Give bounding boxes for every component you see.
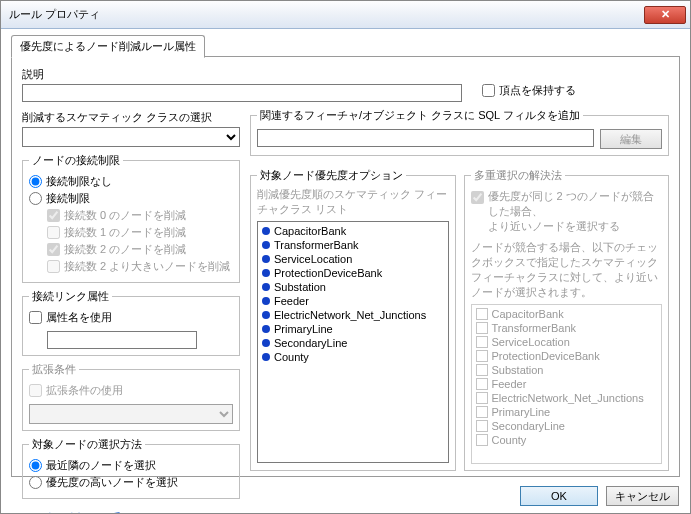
checkbox-icon xyxy=(476,336,488,348)
list-item[interactable]: ServiceLocation xyxy=(260,252,446,266)
check-list-item: ElectricNetwork_Net_Junctions xyxy=(474,391,660,405)
nearest-label: 最近隣のノードを選択 xyxy=(46,458,156,473)
target-sel-group: 対象ノードの選択方法 最近隣のノードを選択 優先度の高いノードを選択 xyxy=(22,437,240,499)
connection-limit-group: ノードの接続制限 接続制限なし 接続制限 接続数 0 のノードを削減 接続数 1… xyxy=(22,153,240,283)
cancel-button[interactable]: キャンセル xyxy=(606,486,679,506)
link-attr-legend: 接続リンク属性 xyxy=(29,289,112,304)
conn-more-label: 接続数 2 より大きいノードを削減 xyxy=(64,259,230,274)
list-item[interactable]: Substation xyxy=(260,280,446,294)
list-item-label: ElectricNetwork_Net_Junctions xyxy=(492,392,644,404)
bullet-icon xyxy=(262,241,270,249)
conn-none-radio[interactable] xyxy=(29,175,42,188)
tab-priority-node-reduce[interactable]: 優先度によるノード削減ルール属性 xyxy=(11,35,205,58)
filter-input[interactable] xyxy=(257,129,594,147)
list-item[interactable]: PrimaryLine xyxy=(260,322,446,336)
list-item-label: SecondaryLine xyxy=(492,420,565,432)
check-list-item: ServiceLocation xyxy=(474,335,660,349)
conn-none-label: 接続制限なし xyxy=(46,174,112,189)
multi-near-label: 優先度が同じ 2 つのノードが競合した場合、より近いノードを選択する xyxy=(488,189,663,234)
list-item-label: Substation xyxy=(492,364,544,376)
filter-group: 関連するフィーチャ/オブジェクト クラスに SQL フィルタを追加 編集 xyxy=(250,108,669,156)
conn-more-check xyxy=(47,260,60,273)
check-list-item: TransformerBank xyxy=(474,321,660,335)
schematic-select[interactable] xyxy=(22,127,240,147)
checkbox-icon xyxy=(476,378,488,390)
priority-radio[interactable] xyxy=(29,476,42,489)
list-item[interactable]: CapacitorBank xyxy=(260,224,446,238)
check-list-item: ProtectionDeviceBank xyxy=(474,349,660,363)
list-item-label: TransformerBank xyxy=(274,239,359,251)
description-label: 説明 xyxy=(22,67,462,82)
list-item-label: Feeder xyxy=(274,295,309,307)
list-item[interactable]: ProtectionDeviceBank xyxy=(260,266,446,280)
check-list-item: County xyxy=(474,433,660,447)
filter-edit-button: 編集 xyxy=(600,129,662,149)
conn-limit-label: 接続制限 xyxy=(46,191,90,206)
list-item-label: PrimaryLine xyxy=(274,323,333,335)
list-item[interactable]: TransformerBank xyxy=(260,238,446,252)
conn2-check xyxy=(47,243,60,256)
multi-sel-group: 多重選択の解決法 優先度が同じ 2 つのノードが競合した場合、より近いノードを選… xyxy=(464,168,670,471)
list-item[interactable]: ElectricNetwork_Net_Junctions xyxy=(260,308,446,322)
checkbox-icon xyxy=(476,420,488,432)
list-item-label: County xyxy=(274,351,309,363)
close-button[interactable]: ✕ xyxy=(644,6,686,24)
list-item-label: ProtectionDeviceBank xyxy=(492,350,600,362)
conn1-label: 接続数 1 のノードを削減 xyxy=(64,225,186,240)
checkbox-icon xyxy=(476,392,488,404)
list-item-label: Substation xyxy=(274,281,326,293)
check-list-item: SecondaryLine xyxy=(474,419,660,433)
multi-near-check xyxy=(471,191,484,204)
ok-button[interactable]: OK xyxy=(520,486,598,506)
check-list-item: PrimaryLine xyxy=(474,405,660,419)
list-item-label: ServiceLocation xyxy=(492,336,570,348)
bullet-icon xyxy=(262,297,270,305)
checkbox-icon xyxy=(476,322,488,334)
priority-listbox[interactable]: CapacitorBankTransformerBankServiceLocat… xyxy=(257,221,449,463)
list-item[interactable]: Feeder xyxy=(260,294,446,308)
conn0-label: 接続数 0 のノードを削減 xyxy=(64,208,186,223)
list-item[interactable]: County xyxy=(260,350,446,364)
conn0-check xyxy=(47,209,60,222)
list-item-label: County xyxy=(492,434,527,446)
multi-note: ノードが競合する場合、以下のチェックボックスで指定したスケマティック フィーチャ… xyxy=(471,240,663,300)
bullet-icon xyxy=(262,353,270,361)
conn1-check xyxy=(47,226,60,239)
priority-opts-group: 対象ノード優先度オプション 削減優先度順のスケマティック フィーチャクラス リス… xyxy=(250,168,456,471)
attr-name-input[interactable] xyxy=(47,331,197,349)
checkbox-icon xyxy=(476,434,488,446)
ext-cond-group: 拡張条件 拡張条件の使用 xyxy=(22,362,240,431)
list-item-label: ProtectionDeviceBank xyxy=(274,267,382,279)
list-item[interactable]: SecondaryLine xyxy=(260,336,446,350)
list-item-label: SecondaryLine xyxy=(274,337,347,349)
about-rule-link[interactable]: このルールについて xyxy=(22,510,121,514)
multi-checklist: CapacitorBankTransformerBankServiceLocat… xyxy=(471,304,663,464)
window-title: ルール プロパティ xyxy=(9,7,644,22)
list-item-label: TransformerBank xyxy=(492,322,577,334)
target-sel-legend: 対象ノードの選択方法 xyxy=(29,437,145,452)
keep-vertices-checkbox[interactable] xyxy=(482,84,495,97)
use-attr-check[interactable] xyxy=(29,311,42,324)
checkbox-icon xyxy=(476,364,488,376)
bullet-icon xyxy=(262,269,270,277)
close-icon: ✕ xyxy=(661,8,670,21)
link-attr-group: 接続リンク属性 属性名を使用 xyxy=(22,289,240,356)
conn2-label: 接続数 2 のノードを削減 xyxy=(64,242,186,257)
checkbox-icon xyxy=(476,350,488,362)
conn-limit-radio[interactable] xyxy=(29,192,42,205)
bullet-icon xyxy=(262,339,270,347)
checkbox-icon xyxy=(476,308,488,320)
ext-use-label: 拡張条件の使用 xyxy=(46,383,123,398)
list-item-label: CapacitorBank xyxy=(492,308,564,320)
list-item-label: Feeder xyxy=(492,378,527,390)
check-list-item: CapacitorBank xyxy=(474,307,660,321)
ext-cond-legend: 拡張条件 xyxy=(29,362,79,377)
description-input[interactable] xyxy=(22,84,462,102)
nearest-radio[interactable] xyxy=(29,459,42,472)
checkbox-icon xyxy=(476,406,488,418)
multi-sel-legend: 多重選択の解決法 xyxy=(471,168,565,183)
ext-use-check xyxy=(29,384,42,397)
list-item-label: PrimaryLine xyxy=(492,406,551,418)
filter-legend: 関連するフィーチャ/オブジェクト クラスに SQL フィルタを追加 xyxy=(257,108,583,123)
priority-label: 優先度の高いノードを選択 xyxy=(46,475,178,490)
